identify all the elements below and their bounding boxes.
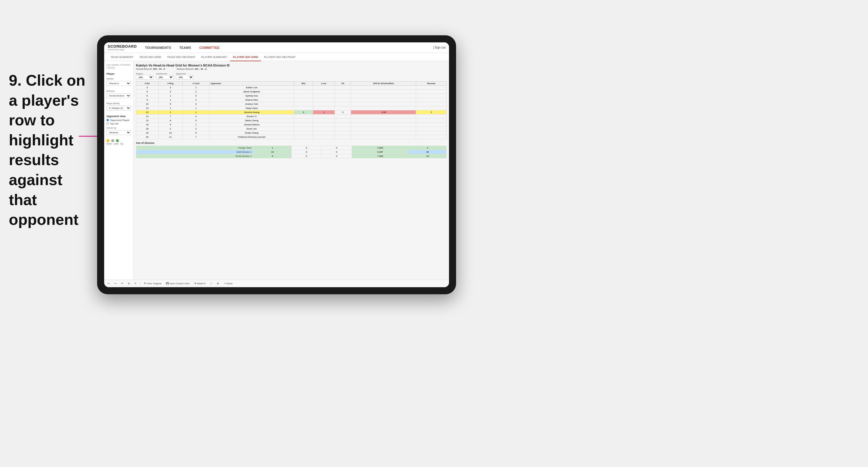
opponent-filter-group: Opponent (All) bbox=[176, 73, 194, 80]
share-button[interactable]: ↗ Share bbox=[222, 282, 234, 285]
cell-win bbox=[294, 119, 313, 123]
ood-loss: 0 bbox=[291, 146, 321, 150]
table-row[interactable]: 5 2 2 Alexis Sudjianto bbox=[136, 90, 447, 94]
sub-nav-player-summary[interactable]: PLAYER SUMMARY bbox=[198, 53, 230, 61]
sub-nav-team-h2h-grid[interactable]: TEAM H2H GRID bbox=[136, 53, 164, 61]
cell-rounds bbox=[416, 94, 447, 98]
gender-select[interactable]: Women's bbox=[106, 81, 131, 86]
cell-conf: 1 bbox=[183, 111, 210, 115]
cell-div: 13 bbox=[136, 106, 159, 111]
ood-win: 1 bbox=[254, 146, 291, 150]
grid-button[interactable]: ⊞ bbox=[216, 282, 220, 285]
out-of-div-row[interactable]: NAIA Division 1 15 0 0 9.267 30 bbox=[136, 150, 447, 154]
cell-win bbox=[294, 102, 313, 106]
conference-filter-select[interactable]: (All) bbox=[156, 75, 174, 80]
cell-div: 6 bbox=[136, 94, 159, 98]
table-row[interactable]: 19 10 6 Emily Chang bbox=[136, 131, 447, 135]
region-filter-select[interactable]: (All) bbox=[136, 75, 154, 80]
bottom-toolbar: ↩ ↪ ⟳ ⧉ ↻ 👁 View: Original 💾 Save Custom… bbox=[104, 280, 449, 287]
cell-tie bbox=[335, 106, 351, 111]
cell-conf: 4 bbox=[183, 98, 210, 102]
save-custom-view-button[interactable]: 💾 Save Custom View bbox=[165, 282, 190, 285]
cell-div: 18 bbox=[136, 127, 159, 131]
sub-nav-player-h2h-grid[interactable]: PLAYER H2H GRID bbox=[230, 53, 261, 61]
cell-reg: 3 bbox=[158, 86, 183, 90]
cell-div: 10 bbox=[136, 102, 159, 106]
cell-win bbox=[294, 106, 313, 111]
cell-diff bbox=[351, 106, 416, 111]
data-table: # Div # Reg # Conf Opponent Win Loss Tie… bbox=[136, 81, 447, 139]
out-of-div-row[interactable]: NCAA Division 2 5 0 0 7.400 10 bbox=[136, 154, 447, 158]
cell-conf: 4 bbox=[183, 115, 210, 119]
redo-button[interactable]: ↪ bbox=[113, 282, 118, 285]
cell-reg: 1 bbox=[158, 98, 183, 102]
down-dot bbox=[106, 139, 110, 142]
grid-area: Katelyn Vo Head-to-Head Grid for Women's… bbox=[133, 61, 449, 280]
sub-nav-player-h2h-heatmap[interactable]: PLAYER H2H HEATMAP bbox=[261, 53, 298, 61]
col-header-opponent: Opponent bbox=[209, 82, 294, 86]
resize-button[interactable]: ⤢ bbox=[209, 282, 213, 285]
cell-rounds bbox=[416, 106, 447, 111]
cell-reg: 1 bbox=[158, 94, 183, 98]
cell-tie bbox=[335, 131, 351, 135]
cell-rounds bbox=[416, 131, 447, 135]
cell-reg: 2 bbox=[158, 127, 183, 131]
cell-tie bbox=[335, 98, 351, 102]
sub-nav-team-summary[interactable]: TEAM SUMMARY bbox=[108, 53, 136, 61]
table-row[interactable]: 20 11 7 Federica Domecq Lacroze bbox=[136, 135, 447, 139]
sub-nav-team-h2h-heatmap[interactable]: TEAM H2H HEATMAP bbox=[164, 53, 198, 61]
cell-conf: 3 bbox=[183, 94, 210, 98]
cell-diff bbox=[351, 131, 416, 135]
division-select[interactable]: NCAA Division III bbox=[106, 93, 131, 98]
table-row[interactable]: 18 2 2 Euna Lee bbox=[136, 127, 447, 131]
table-row[interactable]: 10 6 3 Andrea York bbox=[136, 102, 447, 106]
nav-tournaments[interactable]: TOURNAMENTS bbox=[144, 45, 173, 50]
cell-rounds bbox=[416, 102, 447, 106]
radio-opponents-played[interactable]: Opponents Played bbox=[106, 119, 131, 122]
copy-button[interactable]: ⧉ bbox=[127, 282, 131, 286]
table-row[interactable]: 13 1 1 Haejo Hyun bbox=[136, 106, 447, 111]
radio-top100[interactable]: Top 100 bbox=[106, 122, 131, 125]
ood-rounds: 10 bbox=[409, 154, 447, 158]
sidebar-player-section: Player bbox=[106, 72, 131, 75]
colour-by-select[interactable]: Win/loss bbox=[106, 130, 131, 135]
eye-icon: 👁 bbox=[144, 282, 146, 285]
cell-rounds bbox=[416, 119, 447, 123]
undo-button[interactable]: ↩ bbox=[106, 282, 111, 285]
cell-conf: 6 bbox=[183, 131, 210, 135]
table-row[interactable]: 14 7 4 Eunice Yi bbox=[136, 115, 447, 119]
sign-out-button[interactable]: | Sign out bbox=[433, 46, 445, 49]
cell-diff bbox=[351, 98, 416, 102]
cell-diff bbox=[351, 127, 416, 131]
table-row[interactable]: 9 1 4 Sharon Mun bbox=[136, 98, 447, 102]
ood-name: NCAA Division 2 bbox=[136, 154, 254, 158]
table-row[interactable]: 15 8 5 Stella Cheng bbox=[136, 119, 447, 123]
table-row[interactable]: 16 9 1 Jessica Mason bbox=[136, 123, 447, 127]
out-of-div-row[interactable]: Foreign Team 1 0 0 4.500 2 bbox=[136, 146, 447, 150]
cell-reg: 8 bbox=[158, 119, 183, 123]
opponent-filter-select[interactable]: (All) bbox=[176, 75, 194, 80]
table-row[interactable]: 13 1 1 Jessica Huang 0 1 0 -3.00 2 bbox=[136, 111, 447, 115]
out-of-division-label: Out of division bbox=[136, 142, 447, 145]
view-original-button[interactable]: 👁 View: Original bbox=[143, 282, 162, 285]
table-row[interactable]: 3 3 1 Esther Lee bbox=[136, 86, 447, 90]
nav-teams[interactable]: TEAMS bbox=[178, 45, 192, 50]
history-button[interactable]: ⟳ bbox=[120, 282, 124, 285]
region-filter-group: Region (All) bbox=[136, 73, 154, 80]
watch-button[interactable]: 👁 Watch▾ bbox=[193, 282, 207, 285]
overall-record-value: 353 - 34 - 6 bbox=[153, 68, 165, 70]
nav-committee[interactable]: COMMITTEE bbox=[198, 45, 221, 50]
table-row[interactable]: 6 1 3 Sydney Kuo bbox=[136, 94, 447, 98]
overall-record-label: Overall Record: 353 - 34 - 6 bbox=[136, 68, 165, 70]
cell-opponent: Esther Lee bbox=[209, 86, 294, 90]
cell-loss bbox=[313, 127, 335, 131]
col-header-div: # Div bbox=[136, 82, 159, 86]
refresh-button[interactable]: ↻ bbox=[133, 282, 138, 285]
player-rank-select[interactable]: 8. Katelyn Vo bbox=[106, 106, 131, 111]
cell-rounds bbox=[416, 127, 447, 131]
cell-diff bbox=[351, 135, 416, 139]
cell-win bbox=[294, 135, 313, 139]
division-record-value: 331 - 34 - 6 bbox=[194, 68, 207, 70]
sub-nav: TEAM SUMMARY TEAM H2H GRID TEAM H2H HEAT… bbox=[104, 53, 449, 61]
legend-down: Down bbox=[106, 143, 112, 145]
